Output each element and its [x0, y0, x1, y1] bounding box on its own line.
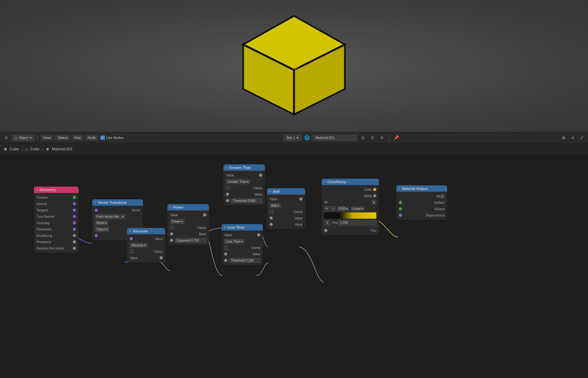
less-than-node: ▾ Less Than Value Less Than ▾ Clamp Valu… [222, 224, 263, 265]
add-val1-socket[interactable] [270, 216, 273, 220]
abs-clamp-checkbox[interactable] [130, 250, 133, 253]
abs-valueout-socket[interactable] [160, 256, 163, 259]
vector-transform-header[interactable]: ▾ Vector Transform [92, 199, 143, 206]
ramp-add-btn[interactable]: + [324, 206, 329, 211]
geo-randperisle-socket[interactable] [73, 247, 76, 250]
lt-clamp-checkbox[interactable] [224, 246, 228, 250]
geo-incoming-socket[interactable] [73, 221, 76, 224]
editor-type-icon[interactable]: ⊙ [3, 134, 10, 141]
gt-threshold-field[interactable]: Threshold 0.560 [230, 198, 262, 203]
pow-base-socket[interactable] [170, 232, 173, 236]
pow-exponent-socket[interactable] [170, 239, 173, 242]
menu-node[interactable]: Node [85, 135, 99, 141]
mo-all-dropdown[interactable]: ▾ [440, 194, 445, 199]
breadcrumb-bar: ▣ Cube › △ Cube › ◉ Material.001 [0, 143, 588, 155]
gt-threshold-label: Threshold [233, 199, 247, 203]
fullscreen-icon[interactable]: ⤢ [578, 134, 585, 141]
slot-dropdown[interactable]: Slot 1 ▾ [284, 135, 301, 141]
pow-clamp-row: Clamp [168, 224, 209, 231]
lt-valuein-socket[interactable] [224, 252, 227, 256]
pow-valueout-label: Value [170, 213, 202, 217]
mo-volume-socket[interactable] [399, 207, 402, 210]
geo-truenormal-socket[interactable] [73, 215, 76, 218]
geo-position-row: Position [34, 194, 79, 201]
settings-icon[interactable]: ≡ [569, 134, 577, 141]
breadcrumb-cube[interactable]: Cube [10, 147, 19, 151]
add-val1-label: Value [274, 216, 303, 220]
vt-vector-in-socket[interactable] [95, 209, 98, 212]
cr-rgb-dropdown[interactable]: RGB ▾ [337, 206, 349, 211]
absolute-header[interactable]: ▾ Absolute [127, 228, 165, 234]
mo-surface-socket[interactable] [399, 201, 402, 204]
close-material-icon[interactable]: ✕ [378, 134, 386, 141]
abs-type-dropdown[interactable]: Absolute ▾ [130, 243, 147, 248]
abs-valuein-socket[interactable] [130, 237, 133, 240]
gt-threshold-socket[interactable] [226, 199, 229, 202]
use-nodes-checkbox[interactable]: ✓ [100, 135, 105, 140]
breadcrumb-mesh-icon: △ [25, 147, 28, 151]
color-ramp-body: Color Alpha All ▾ + − RGB ▾ [322, 185, 379, 235]
gt-valueout-socket[interactable] [259, 174, 262, 177]
cr-fac-socket[interactable] [324, 229, 327, 232]
vt-world-dropdown[interactable]: World ▾ [95, 221, 108, 225]
abs-valueout-label: Value [130, 256, 158, 260]
lt-valueout-socket[interactable] [257, 233, 260, 237]
material-sphere-icon: ⊙ [359, 134, 367, 141]
breadcrumb-mesh[interactable]: Cube [30, 147, 39, 151]
pow-exponent-field[interactable]: Exponent 0.700 [174, 238, 206, 243]
lt-type-dropdown[interactable]: Less Than ▾ [224, 239, 244, 244]
add-val2-socket[interactable] [270, 223, 273, 226]
lt-threshold-socket[interactable] [224, 259, 227, 262]
vt-vector-out-socket[interactable] [95, 234, 98, 237]
menu-add[interactable]: Add [72, 135, 83, 141]
pow-valueout-socket[interactable] [203, 213, 206, 216]
power-header[interactable]: ▾ Power [168, 204, 209, 210]
use-nodes-toggle[interactable]: ✓ Use Nodes [100, 135, 123, 140]
copy-material-icon[interactable]: ⎘ [369, 134, 376, 141]
cr-stop-field[interactable]: 1 [324, 220, 331, 225]
mode-dropdown[interactable]: ◻ Object ▾ [12, 135, 34, 141]
menu-select[interactable]: Select [55, 135, 70, 141]
cr-color-out-socket[interactable] [373, 188, 376, 191]
add-header[interactable]: ▾ Add [267, 188, 305, 195]
ramp-remove-btn[interactable]: − [331, 206, 336, 211]
gt-valuein-socket[interactable] [226, 193, 229, 196]
breadcrumb-material[interactable]: Material.001 [52, 147, 73, 151]
material-name-field[interactable]: Material.001 [313, 135, 357, 141]
cr-all-dropdown[interactable]: ▾ [372, 200, 376, 205]
geo-parametric-socket[interactable] [73, 228, 76, 231]
less-than-header[interactable]: ▾ Less Than [222, 224, 263, 230]
pow-type-dropdown[interactable]: Power ▾ [170, 219, 184, 224]
pow-clamp-checkbox[interactable] [170, 226, 174, 230]
geo-pointiness-socket[interactable] [73, 240, 76, 244]
geo-tangent-socket[interactable] [73, 209, 76, 212]
gt-clamp-checkbox[interactable] [226, 186, 230, 190]
greater-than-header[interactable]: ▾ Greater Than [223, 164, 265, 171]
gt-clamp-row: Clamp [223, 185, 265, 191]
node-editor-canvas: .conn { fill: none; stroke-width: 2; } ▾… [0, 155, 588, 378]
vt-type-dropdown[interactable]: Point Vector Nor... ▾ [95, 214, 125, 219]
gt-type-dropdown[interactable]: Greater Than ▾ [226, 179, 250, 184]
mo-all-row: All ▾ [396, 193, 447, 199]
color-ramp-gradient[interactable] [324, 212, 376, 219]
color-ramp-header[interactable]: ▾ ColorRamp [322, 179, 379, 185]
cr-linear-dropdown[interactable]: Linear ▾ [351, 206, 365, 211]
menu-view[interactable]: View [41, 135, 53, 141]
add-type-dropdown[interactable]: Add ▾ [270, 203, 281, 208]
zoom-icon[interactable]: ⊕ [560, 134, 568, 141]
lt-threshold-field[interactable]: Threshold 0.260 [229, 258, 260, 263]
add-valueout-socket[interactable] [299, 197, 303, 201]
geo-backfacing-socket[interactable] [73, 234, 76, 237]
geo-position-socket[interactable] [73, 196, 76, 199]
material-output-header[interactable]: ▾ Material Output [396, 185, 447, 192]
add-val2-row: Value [267, 221, 305, 228]
cr-alpha-out-socket[interactable] [373, 194, 376, 197]
mo-displacement-socket[interactable] [399, 214, 402, 217]
cr-pos-field[interactable]: 1.000 [338, 220, 376, 225]
geo-normal-socket[interactable] [73, 202, 76, 205]
add-node: ▾ Add Value Add ▾ Clamp Value [267, 188, 305, 229]
add-clamp-checkbox[interactable] [270, 210, 273, 214]
geometry-node-header[interactable]: ▾ Geometry [34, 187, 79, 193]
pin-icon[interactable]: 📌 [393, 134, 400, 141]
vt-object-dropdown[interactable]: Object ▾ [95, 227, 109, 232]
